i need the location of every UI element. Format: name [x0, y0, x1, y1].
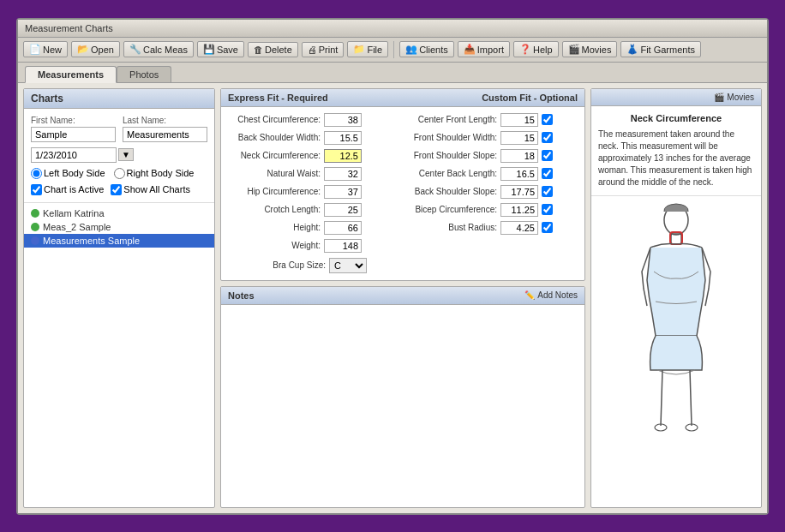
- body-figure-svg: [625, 203, 728, 443]
- last-name-col: Last Name:: [123, 116, 207, 142]
- tab-measurements[interactable]: Measurements: [25, 66, 117, 83]
- middle-panel: Express Fit - Required Custom Fit - Opti…: [220, 88, 585, 508]
- express-fit-col: Chest Circumference: Back Shoulder Width…: [226, 112, 403, 275]
- show-all-charts-label[interactable]: Show All Charts: [111, 184, 190, 195]
- client-item-2[interactable]: Measurements Sample: [24, 234, 214, 248]
- separator: [393, 41, 394, 58]
- custom-input-3[interactable]: [500, 167, 538, 181]
- pencil-icon: ✏️: [524, 290, 535, 300]
- help-icon: ❓: [519, 44, 531, 55]
- meas-input-0[interactable]: [324, 113, 362, 127]
- right-body-radio[interactable]: [114, 168, 125, 179]
- meas-input-7[interactable]: [324, 239, 362, 253]
- client-item-1[interactable]: Meas_2 Sample: [24, 220, 214, 234]
- date-picker-button[interactable]: ▼: [118, 148, 134, 161]
- right-body-label[interactable]: Right Body Side: [114, 168, 195, 179]
- notes-panel: Notes ✏️ Add Notes: [220, 286, 585, 508]
- custom-check-2[interactable]: [542, 150, 553, 161]
- first-name-label: First Name:: [31, 116, 116, 125]
- neck-title: Neck Circumference: [598, 113, 754, 123]
- meas-input-5[interactable]: [324, 203, 362, 217]
- meas-input-3[interactable]: [324, 167, 362, 181]
- show-all-charts-checkbox[interactable]: [111, 184, 122, 195]
- first-name-input[interactable]: [31, 127, 116, 142]
- custom-check-1[interactable]: [542, 132, 553, 143]
- meas-input-2[interactable]: [324, 149, 362, 163]
- custom-label-1: Front Shoulder Width:: [403, 133, 497, 142]
- app-window: Measurement Charts 📄 New 📂 Open 🔧 Calc M…: [16, 18, 769, 515]
- custom-input-2[interactable]: [500, 149, 538, 163]
- custom-check-3[interactable]: [542, 168, 553, 179]
- last-name-input[interactable]: [123, 127, 207, 142]
- main-content: Charts First Name: Last Name: ▼: [18, 82, 767, 513]
- notes-header: Notes ✏️ Add Notes: [221, 287, 584, 305]
- clients-button[interactable]: 👥 Clients: [399, 41, 454, 57]
- custom-check-6[interactable]: [542, 222, 553, 233]
- custom-fit-title: Custom Fit - Optional: [482, 93, 578, 103]
- client-dot-1: [31, 223, 39, 231]
- express-fit-title: Express Fit - Required: [228, 93, 328, 103]
- meas-input-6[interactable]: [324, 221, 362, 235]
- custom-check-4[interactable]: [542, 186, 553, 197]
- clients-icon: 👥: [405, 44, 417, 55]
- chart-active-label[interactable]: Chart is Active: [31, 184, 104, 195]
- custom-label-3: Center Back Length:: [403, 169, 497, 178]
- meas-row-3: Natural Waist:: [226, 166, 403, 182]
- movies-right-button[interactable]: 🎬 Movies: [714, 93, 754, 102]
- movies-toolbar-button[interactable]: 🎬 Movies: [562, 41, 618, 57]
- chart-active-checkbox[interactable]: [31, 184, 42, 195]
- meas-row-6: Height:: [226, 220, 403, 236]
- fit-garments-button[interactable]: 👗 Fit Garments: [620, 41, 701, 57]
- meas-label-1: Back Shoulder Width:: [226, 133, 321, 142]
- notes-body[interactable]: [221, 305, 584, 507]
- custom-meas-row-1: Front Shoulder Width:: [403, 130, 579, 146]
- left-body-radio[interactable]: [31, 168, 42, 179]
- notes-title: Notes: [228, 290, 255, 301]
- left-panel-body: First Name: Last Name: ▼ Left Body S: [24, 109, 214, 202]
- custom-check-0[interactable]: [542, 114, 553, 125]
- meas-label-2: Neck Circumference:: [226, 151, 321, 160]
- custom-fit-col: Center Front Length: Front Shoulder Widt…: [403, 112, 579, 275]
- meas-label-3: Natural Waist:: [226, 169, 321, 178]
- name-row: First Name: Last Name:: [31, 116, 207, 142]
- fit-garments-icon: 👗: [626, 44, 638, 55]
- custom-input-5[interactable]: [500, 203, 538, 217]
- left-panel: Charts First Name: Last Name: ▼: [23, 88, 215, 508]
- new-button[interactable]: 📄 New: [23, 41, 68, 57]
- add-notes-button[interactable]: ✏️ Add Notes: [524, 290, 578, 300]
- meas-label-4: Hip Circumference:: [226, 187, 321, 196]
- express-fit-panel: Express Fit - Required Custom Fit - Opti…: [220, 88, 585, 281]
- custom-input-4[interactable]: [500, 185, 538, 199]
- import-icon: 📥: [464, 44, 476, 55]
- save-button[interactable]: 💾 Save: [197, 41, 244, 57]
- custom-label-5: Bicep Circumference:: [403, 205, 497, 214]
- meas-input-4[interactable]: [324, 185, 362, 199]
- import-button[interactable]: 📥 Import: [458, 41, 510, 57]
- tab-bar: Measurements Photos: [18, 63, 767, 82]
- client-dot-0: [31, 209, 39, 218]
- title-bar: Measurement Charts: [18, 20, 767, 38]
- calc-meas-button[interactable]: 🔧 Calc Meas: [123, 41, 194, 57]
- meas-input-1[interactable]: [324, 131, 362, 145]
- custom-check-5[interactable]: [542, 204, 553, 215]
- custom-input-6[interactable]: [500, 221, 538, 235]
- print-button[interactable]: 🖨 Print: [302, 42, 345, 57]
- custom-meas-row-0: Center Front Length:: [403, 112, 579, 128]
- notes-textarea[interactable]: [225, 308, 581, 504]
- tab-photos[interactable]: Photos: [117, 66, 171, 82]
- open-button[interactable]: 📂 Open: [71, 41, 120, 57]
- client-item-0[interactable]: Kellam Katrina: [24, 206, 214, 220]
- delete-button[interactable]: 🗑 Delete: [248, 42, 298, 57]
- custom-input-1[interactable]: [500, 131, 538, 145]
- help-button[interactable]: ❓ Help: [513, 41, 559, 57]
- movies-icon: 🎬: [568, 44, 580, 55]
- custom-input-0[interactable]: [500, 113, 538, 127]
- left-body-label[interactable]: Left Body Side: [31, 168, 105, 179]
- first-name-col: First Name:: [31, 116, 116, 142]
- bra-row: Bra Cup Size: C A B D DD: [226, 256, 403, 275]
- date-input[interactable]: [31, 147, 117, 163]
- meas-label-5: Crotch Length:: [226, 205, 321, 214]
- bra-cup-select[interactable]: C A B D DD: [329, 258, 367, 273]
- file-button[interactable]: 📁 File: [347, 41, 388, 57]
- meas-label-0: Chest Circumference:: [226, 115, 321, 124]
